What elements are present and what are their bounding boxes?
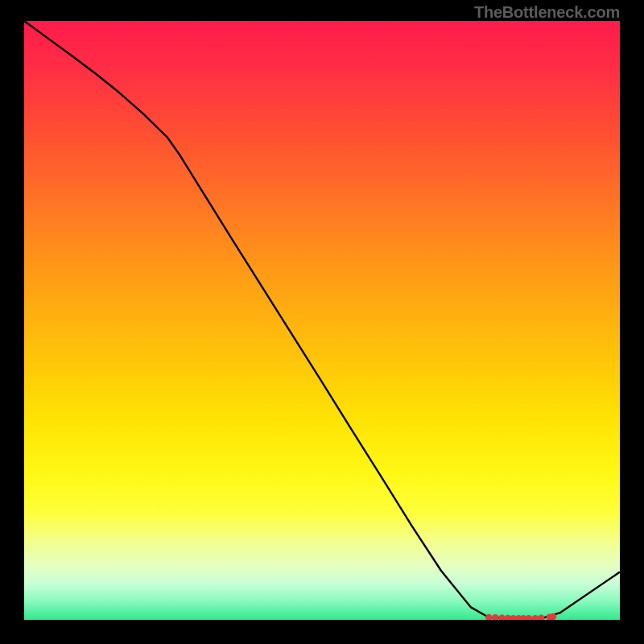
data-point xyxy=(498,614,505,620)
curve-path xyxy=(24,21,620,619)
data-point xyxy=(550,613,556,620)
chart-frame: TheBottleneck.com xyxy=(0,0,644,644)
chart-overlay xyxy=(24,21,620,620)
data-point xyxy=(485,614,492,620)
watermark-label: TheBottleneck.com xyxy=(474,3,620,22)
data-point xyxy=(492,614,498,620)
data-point xyxy=(538,615,544,620)
data-point xyxy=(526,615,532,620)
data-point xyxy=(532,615,539,620)
line-series xyxy=(24,21,620,619)
